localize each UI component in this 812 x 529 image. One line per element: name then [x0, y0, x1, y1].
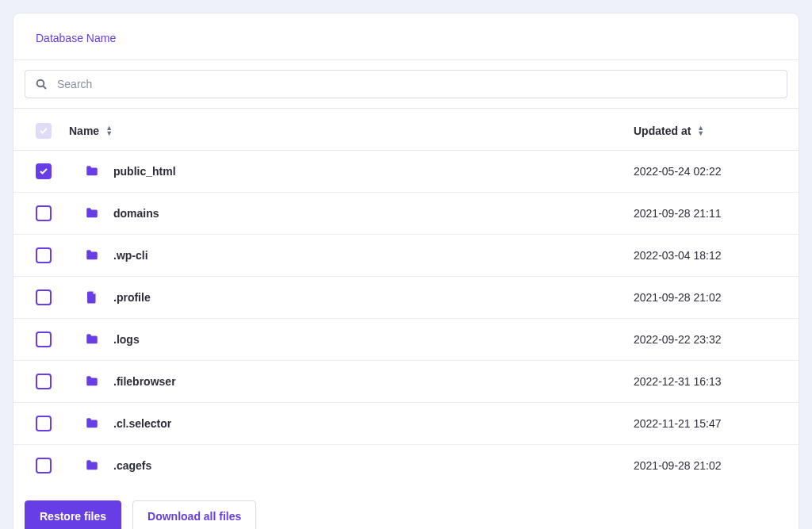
file-updated: 2022-03-04 18:12 [634, 249, 722, 262]
table-header: Name ▲▼ Updated at ▲▼ [13, 109, 799, 151]
file-updated: 2022-05-24 02:22 [634, 165, 722, 178]
file-icon [85, 290, 99, 305]
file-name: domains [113, 207, 159, 220]
row-checkbox[interactable] [36, 163, 52, 179]
file-updated: 2021-09-28 21:11 [634, 207, 722, 220]
folder-icon [85, 248, 99, 263]
row-checkbox[interactable] [36, 205, 52, 221]
file-name: .logs [113, 333, 140, 346]
download-all-button[interactable]: Download all files [132, 500, 256, 529]
folder-icon [85, 206, 99, 220]
file-updated: 2022-09-22 23:32 [634, 333, 722, 346]
row-checkbox[interactable] [36, 332, 52, 347]
svg-point-0 [37, 80, 44, 87]
column-updated-label: Updated at [634, 125, 691, 137]
file-name: .cagefs [113, 459, 151, 472]
file-updated: 2021-09-28 21:02 [634, 459, 722, 472]
table-row[interactable]: .filebrowser2022-12-31 16:13 [13, 361, 799, 403]
table-row[interactable]: .logs2022-09-22 23:32 [13, 319, 799, 361]
folder-icon [85, 332, 99, 347]
file-manager-card: Database Name Name ▲▼ Updated at ▲▼ publ… [13, 13, 799, 529]
folder-icon [85, 416, 99, 431]
svg-line-1 [43, 86, 46, 89]
table-row[interactable]: .wp-cli2022-03-04 18:12 [13, 235, 799, 277]
row-checkbox[interactable] [36, 289, 52, 305]
file-name: .profile [113, 291, 151, 304]
file-name: .cl.selector [113, 417, 171, 430]
table-row[interactable]: public_html2022-05-24 02:22 [13, 151, 799, 193]
file-list: public_html2022-05-24 02:22domains2021-0… [13, 151, 799, 486]
search-icon [35, 78, 48, 90]
table-row[interactable]: .profile2021-09-28 21:02 [13, 277, 799, 319]
select-all-checkbox[interactable] [36, 123, 52, 139]
file-name: .wp-cli [113, 249, 148, 262]
database-name-link[interactable]: Database Name [36, 32, 116, 44]
folder-icon [85, 374, 99, 389]
sort-icon: ▲▼ [697, 125, 703, 136]
row-checkbox[interactable] [36, 247, 52, 263]
file-updated: 2022-12-31 16:13 [634, 375, 722, 388]
column-name[interactable]: Name ▲▼ [69, 125, 634, 137]
restore-button[interactable]: Restore files [25, 500, 121, 529]
search-box[interactable] [25, 70, 787, 98]
table-row[interactable]: .cagefs2021-09-28 21:02 [13, 445, 799, 486]
column-updated[interactable]: Updated at ▲▼ [634, 125, 776, 137]
folder-icon [85, 164, 99, 178]
file-updated: 2022-11-21 15:47 [634, 417, 722, 430]
row-checkbox[interactable] [36, 458, 52, 473]
search-input[interactable] [56, 77, 777, 91]
row-checkbox[interactable] [36, 416, 52, 431]
sort-icon: ▲▼ [105, 125, 112, 136]
search-section [13, 60, 799, 109]
file-name: public_html [113, 165, 176, 178]
actions-bar: Restore files Download all files [13, 486, 799, 529]
column-name-label: Name [69, 125, 99, 137]
card-header: Database Name [13, 13, 799, 60]
table-row[interactable]: .cl.selector2022-11-21 15:47 [13, 403, 799, 445]
file-name: .filebrowser [113, 375, 176, 388]
row-checkbox[interactable] [36, 374, 52, 389]
file-updated: 2021-09-28 21:02 [634, 291, 722, 304]
folder-icon [85, 458, 99, 473]
table-row[interactable]: domains2021-09-28 21:11 [13, 193, 799, 235]
